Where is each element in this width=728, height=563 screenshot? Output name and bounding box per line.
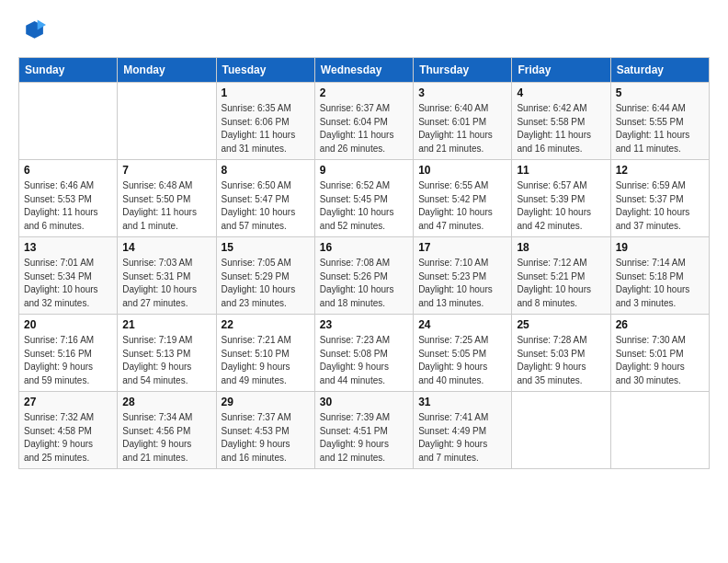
day-info: Sunrise: 7:34 AM Sunset: 4:56 PM Dayligh… [122, 411, 210, 465]
day-number: 20 [24, 318, 112, 331]
calendar-cell: 31Sunrise: 7:41 AM Sunset: 4:49 PM Dayli… [414, 392, 512, 469]
day-number: 3 [418, 86, 506, 99]
day-number: 15 [222, 241, 310, 254]
day-number: 30 [320, 396, 408, 408]
day-info: Sunrise: 7:14 AM Sunset: 5:18 PM Dayligh… [616, 257, 704, 310]
calendar-cell: 8Sunrise: 6:50 AM Sunset: 5:47 PM Daylig… [216, 160, 314, 237]
calendar-cell: 11Sunrise: 6:57 AM Sunset: 5:39 PM Dayli… [512, 160, 610, 237]
calendar-cell: 29Sunrise: 7:37 AM Sunset: 4:53 PM Dayli… [216, 392, 314, 469]
calendar-cell [512, 392, 610, 469]
day-number: 5 [616, 86, 704, 99]
logo [18, 18, 46, 48]
calendar-cell: 21Sunrise: 7:19 AM Sunset: 5:13 PM Dayli… [118, 315, 216, 392]
calendar-cell: 30Sunrise: 7:39 AM Sunset: 4:51 PM Dayli… [314, 392, 413, 469]
calendar-cell: 1Sunrise: 6:35 AM Sunset: 6:06 PM Daylig… [216, 83, 314, 160]
day-info: Sunrise: 6:55 AM Sunset: 5:42 PM Dayligh… [418, 179, 506, 233]
day-info: Sunrise: 6:59 AM Sunset: 5:37 PM Dayligh… [616, 179, 704, 233]
day-number: 8 [222, 164, 310, 177]
day-info: Sunrise: 6:46 AM Sunset: 5:53 PM Dayligh… [24, 179, 112, 233]
day-info: Sunrise: 7:23 AM Sunset: 5:08 PM Dayligh… [320, 334, 408, 387]
weekday-header: Friday [512, 58, 610, 83]
calendar-cell: 22Sunrise: 7:21 AM Sunset: 5:10 PM Dayli… [216, 315, 314, 392]
day-number: 19 [616, 241, 704, 254]
calendar-cell: 14Sunrise: 7:03 AM Sunset: 5:31 PM Dayli… [118, 237, 216, 315]
day-number: 22 [222, 318, 310, 331]
calendar-cell: 24Sunrise: 7:25 AM Sunset: 5:05 PM Dayli… [414, 315, 512, 392]
day-info: Sunrise: 6:52 AM Sunset: 5:45 PM Dayligh… [320, 179, 408, 233]
day-number: 28 [122, 396, 210, 408]
calendar-cell: 7Sunrise: 6:48 AM Sunset: 5:50 PM Daylig… [118, 160, 216, 237]
day-info: Sunrise: 6:57 AM Sunset: 5:39 PM Dayligh… [517, 179, 605, 233]
day-info: Sunrise: 7:05 AM Sunset: 5:29 PM Dayligh… [222, 257, 310, 310]
day-info: Sunrise: 7:21 AM Sunset: 5:10 PM Dayligh… [222, 334, 310, 387]
day-info: Sunrise: 7:32 AM Sunset: 4:58 PM Dayligh… [24, 411, 112, 465]
weekday-header: Wednesday [314, 58, 413, 83]
day-number: 7 [122, 164, 210, 177]
calendar-cell: 10Sunrise: 6:55 AM Sunset: 5:42 PM Dayli… [414, 160, 512, 237]
day-info: Sunrise: 7:12 AM Sunset: 5:21 PM Dayligh… [517, 257, 605, 310]
logo-icon [20, 18, 46, 44]
calendar-cell: 15Sunrise: 7:05 AM Sunset: 5:29 PM Dayli… [216, 237, 314, 315]
day-info: Sunrise: 6:35 AM Sunset: 6:06 PM Dayligh… [222, 102, 310, 155]
day-number: 24 [418, 318, 506, 331]
calendar-cell: 18Sunrise: 7:12 AM Sunset: 5:21 PM Dayli… [512, 237, 610, 315]
calendar-cell: 13Sunrise: 7:01 AM Sunset: 5:34 PM Dayli… [19, 237, 118, 315]
calendar-cell: 16Sunrise: 7:08 AM Sunset: 5:26 PM Dayli… [314, 237, 413, 315]
day-info: Sunrise: 7:19 AM Sunset: 5:13 PM Dayligh… [122, 334, 210, 387]
day-info: Sunrise: 6:44 AM Sunset: 5:55 PM Dayligh… [616, 102, 704, 155]
day-number: 23 [320, 318, 408, 331]
day-info: Sunrise: 7:37 AM Sunset: 4:53 PM Dayligh… [222, 411, 310, 465]
calendar-cell: 19Sunrise: 7:14 AM Sunset: 5:18 PM Dayli… [610, 237, 709, 315]
day-number: 29 [222, 396, 310, 408]
day-info: Sunrise: 7:30 AM Sunset: 5:01 PM Dayligh… [616, 334, 704, 387]
day-number: 2 [320, 86, 408, 99]
weekday-header: Saturday [610, 58, 709, 83]
calendar-cell: 5Sunrise: 6:44 AM Sunset: 5:55 PM Daylig… [610, 83, 709, 160]
calendar-week-row: 13Sunrise: 7:01 AM Sunset: 5:34 PM Dayli… [19, 237, 710, 315]
day-number: 11 [517, 164, 605, 177]
calendar-cell: 23Sunrise: 7:23 AM Sunset: 5:08 PM Dayli… [314, 315, 413, 392]
calendar-week-row: 20Sunrise: 7:16 AM Sunset: 5:16 PM Dayli… [19, 315, 710, 392]
calendar-cell [19, 83, 118, 160]
day-number: 26 [616, 318, 704, 331]
calendar-table: SundayMondayTuesdayWednesdayThursdayFrid… [18, 57, 710, 469]
calendar-cell [610, 392, 709, 469]
calendar-cell: 4Sunrise: 6:42 AM Sunset: 5:58 PM Daylig… [512, 83, 610, 160]
day-number: 31 [418, 396, 506, 408]
weekday-header-row: SundayMondayTuesdayWednesdayThursdayFrid… [19, 58, 710, 83]
day-number: 10 [418, 164, 506, 177]
calendar-cell: 20Sunrise: 7:16 AM Sunset: 5:16 PM Dayli… [19, 315, 118, 392]
calendar-week-row: 1Sunrise: 6:35 AM Sunset: 6:06 PM Daylig… [19, 83, 710, 160]
weekday-header: Thursday [414, 58, 512, 83]
day-number: 6 [24, 164, 112, 177]
day-info: Sunrise: 7:25 AM Sunset: 5:05 PM Dayligh… [418, 334, 506, 387]
calendar-cell [118, 83, 216, 160]
day-info: Sunrise: 6:50 AM Sunset: 5:47 PM Dayligh… [222, 179, 310, 233]
day-number: 17 [418, 241, 506, 254]
day-info: Sunrise: 7:10 AM Sunset: 5:23 PM Dayligh… [418, 257, 506, 310]
weekday-header: Sunday [19, 58, 118, 83]
day-info: Sunrise: 6:48 AM Sunset: 5:50 PM Dayligh… [122, 179, 210, 233]
day-number: 14 [122, 241, 210, 254]
day-info: Sunrise: 7:08 AM Sunset: 5:26 PM Dayligh… [320, 257, 408, 310]
calendar-cell: 6Sunrise: 6:46 AM Sunset: 5:53 PM Daylig… [19, 160, 118, 237]
page-header [18, 18, 710, 48]
calendar-cell: 25Sunrise: 7:28 AM Sunset: 5:03 PM Dayli… [512, 315, 610, 392]
calendar-cell: 17Sunrise: 7:10 AM Sunset: 5:23 PM Dayli… [414, 237, 512, 315]
calendar-cell: 2Sunrise: 6:37 AM Sunset: 6:04 PM Daylig… [314, 83, 413, 160]
calendar-week-row: 27Sunrise: 7:32 AM Sunset: 4:58 PM Dayli… [19, 392, 710, 469]
day-info: Sunrise: 6:37 AM Sunset: 6:04 PM Dayligh… [320, 102, 408, 155]
day-number: 18 [517, 241, 605, 254]
calendar-cell: 9Sunrise: 6:52 AM Sunset: 5:45 PM Daylig… [314, 160, 413, 237]
calendar-cell: 27Sunrise: 7:32 AM Sunset: 4:58 PM Dayli… [19, 392, 118, 469]
day-number: 9 [320, 164, 408, 177]
day-number: 25 [517, 318, 605, 331]
calendar-week-row: 6Sunrise: 6:46 AM Sunset: 5:53 PM Daylig… [19, 160, 710, 237]
day-number: 13 [24, 241, 112, 254]
weekday-header: Tuesday [216, 58, 314, 83]
day-info: Sunrise: 7:03 AM Sunset: 5:31 PM Dayligh… [122, 257, 210, 310]
day-info: Sunrise: 6:40 AM Sunset: 6:01 PM Dayligh… [418, 102, 506, 155]
day-number: 1 [222, 86, 310, 99]
calendar-cell: 26Sunrise: 7:30 AM Sunset: 5:01 PM Dayli… [610, 315, 709, 392]
day-number: 12 [616, 164, 704, 177]
